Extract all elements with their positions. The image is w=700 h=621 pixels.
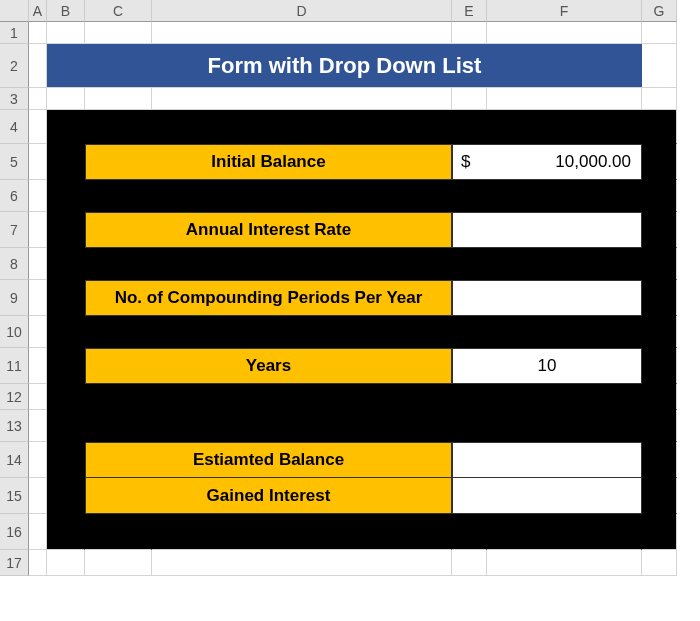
form-bg [452,248,487,280]
row-header-10[interactable]: 10 [0,316,29,348]
cell[interactable] [642,44,677,88]
form-bg [642,348,677,384]
row-header-8[interactable]: 8 [0,248,29,280]
cell[interactable] [29,180,47,212]
form-bg [452,384,487,410]
form-bg [152,316,452,348]
row-header-2[interactable]: 2 [0,44,29,88]
form-bg [487,180,642,212]
form-bg [642,514,677,550]
row-header-12[interactable]: 12 [0,384,29,410]
form-bg [47,212,85,248]
cell[interactable] [29,44,47,88]
col-header-d[interactable]: D [152,0,452,22]
form-bg [452,410,487,442]
cell[interactable] [85,88,152,110]
form-bg [47,410,85,442]
cell[interactable] [152,88,452,110]
col-header-g[interactable]: G [642,0,677,22]
select-all-corner[interactable] [0,0,29,22]
cell[interactable] [152,22,452,44]
cell[interactable] [29,514,47,550]
cell[interactable] [29,110,47,144]
row-header-13[interactable]: 13 [0,410,29,442]
row-header-11[interactable]: 11 [0,348,29,384]
row-header-3[interactable]: 3 [0,88,29,110]
input-annual-rate[interactable] [452,212,642,248]
cell[interactable] [152,550,452,576]
form-bg [85,384,152,410]
row-header-15[interactable]: 15 [0,478,29,514]
cell[interactable] [642,22,677,44]
currency-symbol: $ [452,144,487,180]
spreadsheet: A B C D E F G 1 2 3 4 5 6 7 8 9 10 11 12… [0,0,700,621]
form-bg [152,248,452,280]
input-initial-balance[interactable]: 10,000.00 [487,144,642,180]
cell[interactable] [29,248,47,280]
form-bg [642,316,677,348]
form-bg [85,410,152,442]
form-bg [47,348,85,384]
cell[interactable] [487,22,642,44]
cell[interactable] [487,88,642,110]
form-bg [642,384,677,410]
cell[interactable] [29,384,47,410]
label-est-balance: Estiamted Balance [85,442,452,478]
form-title: Form with Drop Down List [47,44,642,88]
form-bg [487,248,642,280]
row-header-1[interactable]: 1 [0,22,29,44]
cell[interactable] [85,22,152,44]
cell[interactable] [47,22,85,44]
cell[interactable] [47,550,85,576]
form-bg [85,248,152,280]
output-est-balance[interactable] [452,442,642,478]
form-bg [642,212,677,248]
cell[interactable] [29,212,47,248]
cell[interactable] [47,88,85,110]
cell[interactable] [29,144,47,180]
cell[interactable] [29,442,47,478]
input-years[interactable]: 10 [452,348,642,384]
input-compounding[interactable] [452,280,642,316]
cell[interactable] [642,550,677,576]
cell[interactable] [452,22,487,44]
row-headers: 1 2 3 4 5 6 7 8 9 10 11 12 13 14 15 16 1… [0,22,29,576]
cell[interactable] [29,280,47,316]
form-bg [642,180,677,212]
cell[interactable] [452,88,487,110]
cell[interactable] [29,478,47,514]
col-header-e[interactable]: E [452,0,487,22]
form-bg [642,478,677,514]
cell[interactable] [85,550,152,576]
output-gained-interest[interactable] [452,478,642,514]
cell[interactable] [487,550,642,576]
row-header-14[interactable]: 14 [0,442,29,478]
col-header-c[interactable]: C [85,0,152,22]
row-header-7[interactable]: 7 [0,212,29,248]
cell[interactable] [29,88,47,110]
row-header-16[interactable]: 16 [0,514,29,550]
form-bg [47,478,85,514]
cell[interactable] [29,410,47,442]
row-header-17[interactable]: 17 [0,550,29,576]
form-bg [642,248,677,280]
row-header-6[interactable]: 6 [0,180,29,212]
label-initial-balance: Initial Balance [85,144,452,180]
row-header-5[interactable]: 5 [0,144,29,180]
form-bg [152,384,452,410]
col-header-b[interactable]: B [47,0,85,22]
form-bg [47,280,85,316]
cell[interactable] [29,348,47,384]
form-bg [85,316,152,348]
col-header-f[interactable]: F [487,0,642,22]
row-header-9[interactable]: 9 [0,280,29,316]
cell[interactable] [29,550,47,576]
form-bg [85,514,152,550]
form-bg [642,442,677,478]
cell[interactable] [29,316,47,348]
col-header-a[interactable]: A [29,0,47,22]
cell[interactable] [29,22,47,44]
cell[interactable] [642,88,677,110]
cell[interactable] [452,550,487,576]
row-header-4[interactable]: 4 [0,110,29,144]
